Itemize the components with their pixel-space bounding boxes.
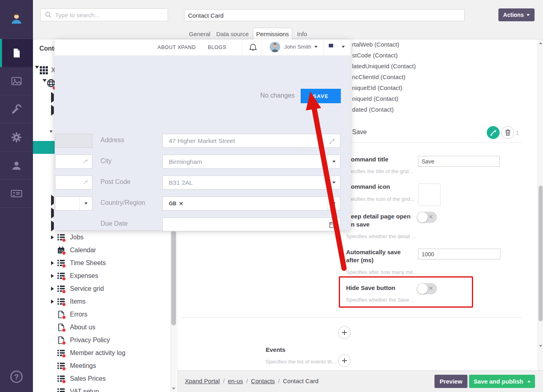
expand-arrow-icon[interactable] [51,210,54,217]
add-event-button[interactable] [338,354,351,367]
tab-permissions[interactable]: Permissions [253,28,292,40]
search-input[interactable]: Type to search... [40,8,168,21]
city-select[interactable]: Birmingham [162,155,340,169]
tab-general[interactable]: General [189,28,210,39]
sidebar-item-pages[interactable] [0,39,33,67]
field-list-item[interactable]: dated (Contact) [352,106,393,113]
field-label: City [100,157,112,165]
post-code-select[interactable]: B31 2AL [162,176,340,190]
address-input[interactable]: 47 Higher Market Street [162,134,340,148]
country-tag-value: GB [169,201,176,206]
tab-label: Permissions [256,31,289,37]
due-date-input[interactable] [162,217,340,231]
tree-scrollbar[interactable] [170,231,176,392]
field-list-item[interactable]: stCode (Contact) [352,52,398,59]
expand-arrow-icon[interactable] [51,235,54,239]
chevron-down-icon[interactable] [314,46,318,48]
breadcrumb-link-contacts[interactable]: Contacts [251,378,275,384]
remove-tag-icon[interactable]: ✕ [179,200,184,207]
expand-arrow-icon[interactable] [51,94,54,101]
dropdown-zone[interactable] [328,176,340,189]
tree-item-jobs[interactable]: Jobs [33,231,168,244]
nav-about-xpand[interactable]: ABOUT XPAND [158,45,196,50]
sidebar-item-media[interactable] [0,67,33,95]
breadcrumb-link-lang[interactable]: en-us [228,378,243,384]
scroll-up-icon[interactable] [539,42,542,44]
tree-scrollbar-thumb[interactable] [171,231,176,325]
command-icon-picker[interactable] [418,184,441,206]
field-list-item[interactable]: rtalWeb (Contact) [352,41,399,48]
tree-item-items[interactable]: Items [33,295,168,308]
expand-arrow-icon[interactable] [51,287,54,291]
chevron-down-icon [84,202,88,204]
dropdown-zone[interactable] [328,155,340,168]
main-scrollbar-thumb[interactable] [539,186,543,321]
chevron-down-icon[interactable] [342,46,345,48]
add-command-button[interactable] [338,326,351,339]
tree-item-about-us[interactable]: About us [33,321,168,334]
list-icon [57,349,65,357]
tab-info[interactable]: Info [297,28,307,39]
tree-item-vat-setup[interactable]: VAT setup [33,385,168,392]
tree-item-time-sheets[interactable]: Time Sheets [33,257,168,270]
tree-item-calendar[interactable]: Calendar [33,244,168,257]
dropdown-zone[interactable] [80,197,92,210]
field-list-item[interactable]: niqueId (Contact) [352,95,398,102]
tree-item-expenses[interactable]: Expenses [33,270,168,282]
tree-item-errors[interactable]: Errors [33,308,168,321]
expand-arrow-icon[interactable] [51,300,54,304]
field-list-item[interactable]: niqueEId (Contact) [352,84,402,91]
sidebar-item-help[interactable]: ? [0,363,33,390]
expand-arrow-icon[interactable] [51,261,54,265]
user-menu[interactable] [269,41,281,54]
tree-item-meetings[interactable]: Meetings [33,359,168,372]
expand-arrow-icon[interactable] [51,274,54,278]
side-select[interactable] [55,196,92,210]
country-select[interactable]: GB✕ [162,196,340,210]
tree-item-member-activity-log[interactable]: Member activity log [33,347,168,359]
autosave-input[interactable]: 1000 [418,249,500,259]
sidebar-item-contacts[interactable] [0,180,33,208]
delete-command-button[interactable] [501,126,514,139]
expand-arrow-icon[interactable] [43,82,47,89]
sidebar-item-settings[interactable] [0,123,33,151]
side-input[interactable] [55,134,92,148]
field-list-item[interactable]: latedUniqueId (Contact) [352,63,416,69]
tree-item-sales-prices[interactable]: Sales Prices [33,372,168,385]
save-and-publish-button[interactable]: Save and publish [469,375,535,388]
collapse-arrow-icon[interactable] [49,133,53,140]
command-title-input[interactable]: Save [418,156,500,167]
sidebar-item-profile[interactable] [0,4,33,32]
prop-command-icon-hint: ecifies the icon of the grid... [351,196,414,202]
tree-item-service-grid[interactable]: Service grid [33,282,168,295]
breadcrumb-link-portal[interactable]: Xpand Portal [185,378,220,384]
chevron-down-icon [332,202,336,204]
keep-detail-toggle[interactable]: ✕ [417,212,437,223]
expand-arrow-icon[interactable] [35,69,39,76]
expand-arrow-icon[interactable] [51,107,54,114]
notifications-bell-icon[interactable] [248,43,258,54]
expand-arrow-icon[interactable] [51,223,54,230]
actions-button[interactable]: Actions [498,8,535,21]
scroll-down-icon[interactable] [172,388,175,390]
side-input[interactable] [55,176,92,190]
tab-data-source[interactable]: Data source [216,28,249,39]
preview-button[interactable]: Preview [434,375,467,388]
nav-blogs[interactable]: BLOGS [208,45,226,50]
side-input[interactable] [55,155,92,169]
prop-command-title-hint: ecifies the title of the grid... [351,168,413,174]
edit-command-button[interactable] [487,126,500,139]
save-button[interactable]: SAVE [301,89,341,103]
expand-arrow-icon[interactable] [51,197,54,204]
user-name[interactable]: John Smith [284,44,311,50]
dropdown-zone[interactable] [328,197,340,210]
tree-item-privacy-policy[interactable]: Privacy Policy [33,334,168,347]
sidebar-item-members[interactable] [0,151,33,180]
country-tag[interactable]: GB✕ [169,200,183,207]
main-scrollbar[interactable] [537,39,543,370]
globe-icon [47,79,55,89]
field-list-item[interactable]: ncClientId (Contact) [352,74,406,80]
sidebar-item-tools[interactable] [0,95,33,123]
page-title-input[interactable]: Contact Card [184,9,465,21]
scroll-down-icon[interactable] [539,345,542,347]
